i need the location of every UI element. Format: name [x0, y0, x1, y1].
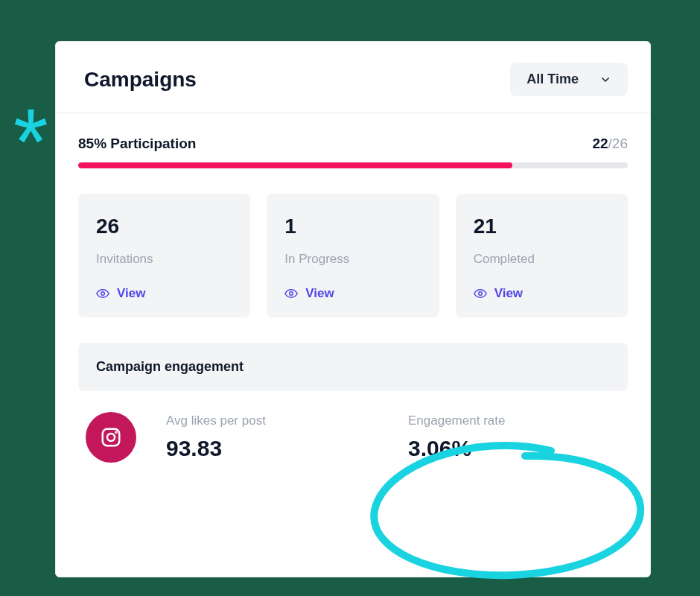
- time-range-dropdown[interactable]: All Time: [510, 63, 628, 96]
- count-current: 22: [592, 136, 608, 151]
- stat-value: 1: [284, 215, 421, 238]
- campaigns-card: Campaigns All Time 85% Participation 22/…: [55, 41, 651, 577]
- time-range-label: All Time: [526, 72, 579, 87]
- stat-completed: 21 Completed View: [456, 194, 628, 317]
- participation-summary: 85% Participation 22/26: [78, 136, 628, 152]
- view-completed-link[interactable]: View: [474, 286, 610, 301]
- view-in-progress-link[interactable]: View: [284, 286, 421, 301]
- metric-label: Engagement rate: [408, 413, 620, 428]
- svg-point-1: [290, 292, 293, 296]
- view-label: View: [494, 286, 523, 301]
- metric-value: 3.06%: [408, 436, 620, 461]
- view-invitations-link[interactable]: View: [96, 286, 232, 301]
- svg-point-5: [115, 432, 116, 433]
- chevron-down-icon: [599, 74, 611, 86]
- stat-invitations: 26 Invitations View: [78, 194, 250, 317]
- stats-grid: 26 Invitations View 1 In Progress View 2…: [78, 194, 628, 317]
- view-label: View: [117, 286, 145, 301]
- progress-bar: [78, 162, 628, 168]
- engagement-rate-metric: Engagement rate 3.06%: [408, 413, 620, 461]
- stat-value: 26: [96, 215, 232, 238]
- svg-point-4: [107, 434, 115, 441]
- page-title: Campaigns: [84, 68, 197, 92]
- eye-icon: [284, 287, 298, 300]
- stat-label: In Progress: [284, 252, 421, 267]
- stat-value: 21: [474, 215, 610, 238]
- count-total: /26: [608, 136, 628, 151]
- participation-counts: 22/26: [592, 136, 628, 152]
- svg-point-0: [101, 292, 105, 296]
- participation-label: 85% Participation: [78, 136, 196, 152]
- metric-label: Avg likes per post: [166, 413, 378, 428]
- avg-likes-metric: Avg likes per post 93.83: [166, 413, 378, 461]
- eye-icon: [96, 287, 109, 300]
- card-body: 85% Participation 22/26 26 Invitations V…: [56, 113, 650, 463]
- stat-label: Completed: [474, 252, 610, 267]
- card-header: Campaigns All Time: [56, 42, 650, 113]
- engagement-section-title: Campaign engagement: [78, 343, 628, 391]
- metric-value: 93.83: [166, 436, 378, 461]
- view-label: View: [305, 286, 334, 301]
- stat-in-progress: 1 In Progress View: [267, 194, 439, 317]
- svg-point-2: [478, 292, 482, 296]
- instagram-icon: [86, 412, 136, 463]
- eye-icon: [474, 287, 487, 300]
- progress-fill: [78, 162, 512, 168]
- asterisk-annotation: *: [13, 95, 48, 188]
- engagement-metrics: Avg likes per post 93.83 Engagement rate…: [78, 391, 628, 463]
- stat-label: Invitations: [96, 252, 232, 267]
